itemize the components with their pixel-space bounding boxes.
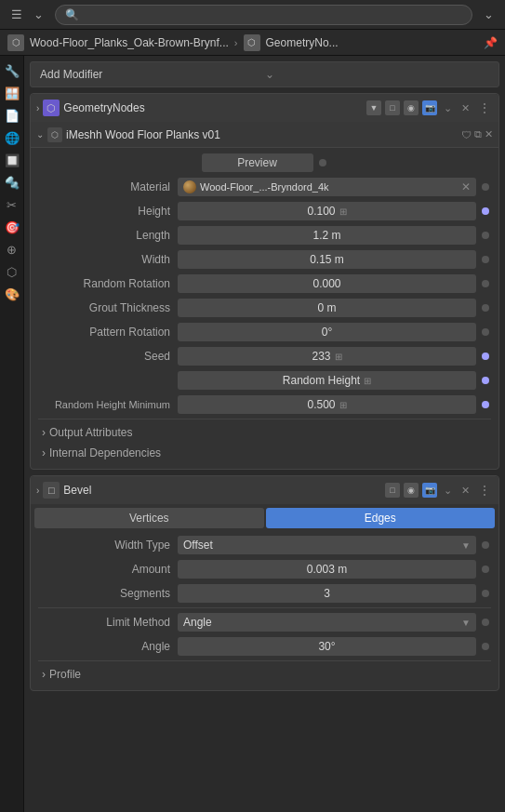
- sidebar-icon-scene[interactable]: 📄: [3, 106, 21, 125]
- sidebar-icon-physics[interactable]: 🎯: [3, 218, 21, 236]
- profile-section[interactable]: › Profile: [38, 664, 491, 685]
- width-type-dropdown[interactable]: Offset ▼: [178, 536, 476, 554]
- preview-toggle[interactable]: Preview: [202, 153, 313, 172]
- grout-thickness-dot: [480, 302, 491, 313]
- random-rotation-row: Random Rotation 0.000: [38, 273, 491, 295]
- gn-collapse-btn[interactable]: ⌄: [441, 101, 455, 115]
- random-rotation-value[interactable]: 0.000: [178, 274, 476, 293]
- gn-dots-btn[interactable]: ⋮: [476, 100, 493, 115]
- limit-method-dropdown[interactable]: Angle ▼: [178, 613, 476, 632]
- bevel-collapse-chevron[interactable]: ›: [36, 486, 39, 496]
- angle-label: Angle: [38, 640, 178, 653]
- preview-label: Preview: [237, 156, 277, 169]
- material-value[interactable]: Wood-Floor_...-Bryndord_4k ✕: [178, 178, 476, 196]
- random-height-array-icon: ⊞: [364, 376, 371, 386]
- material-label: Material: [38, 180, 178, 193]
- gn-inner-node-icon: ⬡: [47, 127, 62, 142]
- output-attributes-section[interactable]: › Output Attributes: [38, 422, 491, 443]
- bevel-close-btn[interactable]: ✕: [458, 484, 472, 498]
- vertices-tab[interactable]: Vertices: [34, 508, 264, 528]
- output-attributes-label: Output Attributes: [49, 426, 132, 439]
- seed-value[interactable]: 233 ⊞: [178, 347, 476, 366]
- sidebar-icons: 🔧 🪟 📄 🌐 🔲 🔩 ✂ 🎯 ⊕ ⬡ 🎨: [0, 56, 24, 812]
- grout-thickness-value[interactable]: 0 m: [178, 299, 476, 317]
- segments-value[interactable]: 3: [178, 584, 476, 603]
- random-height-min-label: Random Height Minimum: [38, 399, 178, 410]
- separator-3: [38, 660, 491, 661]
- gn-close-btn[interactable]: ✕: [458, 101, 472, 115]
- angle-dot: [480, 641, 491, 652]
- dropdown-icon[interactable]: ⌄: [30, 6, 47, 23]
- bevel-collapse-btn[interactable]: ⌄: [441, 484, 455, 498]
- sidebar-icon-world[interactable]: 🌐: [3, 128, 21, 147]
- add-modifier-bar[interactable]: Add Modifier ⌄: [30, 61, 499, 87]
- amount-value[interactable]: 0.003 m: [178, 560, 476, 579]
- width-type-dd-arrow: ▼: [461, 540, 471, 551]
- gn-viewport-icon[interactable]: 📷: [422, 100, 437, 115]
- width-type-row: Width Type Offset ▼: [38, 534, 491, 556]
- bevel-viewport-icon[interactable]: 📷: [422, 483, 437, 498]
- preview-row: Preview: [38, 152, 491, 174]
- limit-method-dot: [480, 617, 491, 628]
- pattern-rotation-row: Pattern Rotation 0°: [38, 321, 491, 343]
- pin-button[interactable]: 📌: [484, 36, 498, 49]
- sidebar-icon-constraints[interactable]: ⊕: [3, 240, 21, 259]
- bevel-camera-icon[interactable]: □: [385, 483, 400, 498]
- edges-tab[interactable]: Edges: [266, 508, 496, 528]
- pattern-rotation-label: Pattern Rotation: [38, 326, 178, 339]
- material-close-icon[interactable]: ✕: [461, 180, 471, 193]
- seed-array-icon: ⊞: [335, 352, 342, 362]
- profile-label: Profile: [49, 668, 81, 681]
- width-label: Width: [38, 253, 178, 266]
- breadcrumb-bar: ⬡ Wood-Floor_Planks_Oak-Brown-Brynf... ›…: [0, 30, 505, 56]
- random-height-value[interactable]: Random Height ⊞: [178, 371, 476, 390]
- internal-dependencies-section[interactable]: › Internal Dependencies: [38, 443, 491, 463]
- node-name[interactable]: GeometryNo...: [266, 36, 339, 49]
- sidebar-icon-material[interactable]: 🎨: [3, 285, 21, 303]
- random-height-dot: [480, 375, 491, 386]
- amount-row: Amount 0.003 m: [38, 558, 491, 580]
- preview-dot: [317, 157, 328, 168]
- bevel-tabs: Vertices Edges: [31, 504, 498, 530]
- gn-camera-icon[interactable]: □: [385, 100, 400, 115]
- pattern-rotation-value[interactable]: 0°: [178, 323, 476, 341]
- height-array-icon: ⊞: [339, 206, 347, 217]
- gn-render-icon[interactable]: ◉: [404, 100, 419, 115]
- gn-shield-icon[interactable]: 🛡: [461, 129, 472, 140]
- gn-inner-title: iMeshh Wood Floor Planks v01: [66, 128, 458, 141]
- gn-inner-close-btn[interactable]: ✕: [485, 128, 493, 140]
- width-value[interactable]: 0.15 m: [178, 250, 476, 269]
- search-bar[interactable]: 🔍: [55, 5, 472, 25]
- width-type-dot: [480, 539, 491, 551]
- height-value[interactable]: 0.100 ⊞: [178, 202, 476, 220]
- angle-value[interactable]: 30°: [178, 637, 476, 656]
- sidebar-icon-tools[interactable]: 🔧: [3, 61, 21, 80]
- settings-icon[interactable]: ⌄: [480, 6, 498, 23]
- limit-method-label: Limit Method: [38, 616, 178, 629]
- grout-thickness-label: Grout Thickness: [38, 301, 178, 314]
- segments-label: Segments: [38, 587, 178, 600]
- sidebar-icon-modifier[interactable]: 🔩: [3, 173, 21, 192]
- object-name[interactable]: Wood-Floor_Planks_Oak-Brown-Brynf...: [30, 36, 229, 49]
- bevel-title: Bevel: [63, 484, 381, 497]
- material-row: Material Wood-Floor_...-Bryndord_4k ✕: [38, 176, 491, 198]
- sidebar-icon-particles[interactable]: ✂: [3, 195, 21, 214]
- gn-inner-chevron[interactable]: ⌄: [36, 129, 44, 140]
- seed-dot: [480, 351, 491, 362]
- object-icon: ⬡: [7, 34, 24, 51]
- grout-thickness-row: Grout Thickness 0 m: [38, 297, 491, 319]
- sidebar-icon-data[interactable]: ⬡: [3, 262, 21, 281]
- gn-filter-icon[interactable]: ▼: [366, 100, 381, 115]
- random-height-min-value[interactable]: 0.500 ⊞: [178, 395, 476, 414]
- gn-node-icon: ⬡: [43, 100, 60, 116]
- bevel-render-icon[interactable]: ◉: [404, 483, 419, 498]
- length-value[interactable]: 1.2 m: [178, 226, 476, 245]
- sidebar-icon-view[interactable]: 🪟: [3, 84, 21, 102]
- menu-icon[interactable]: ☰: [7, 6, 26, 23]
- gn-collapse-chevron[interactable]: ›: [36, 103, 39, 113]
- bevel-dots-btn[interactable]: ⋮: [476, 483, 493, 498]
- gn-title: GeometryNodes: [63, 101, 363, 114]
- gn-copy-icon[interactable]: ⧉: [474, 128, 482, 140]
- material-sphere-icon: [183, 180, 196, 193]
- sidebar-icon-object[interactable]: 🔲: [3, 151, 21, 169]
